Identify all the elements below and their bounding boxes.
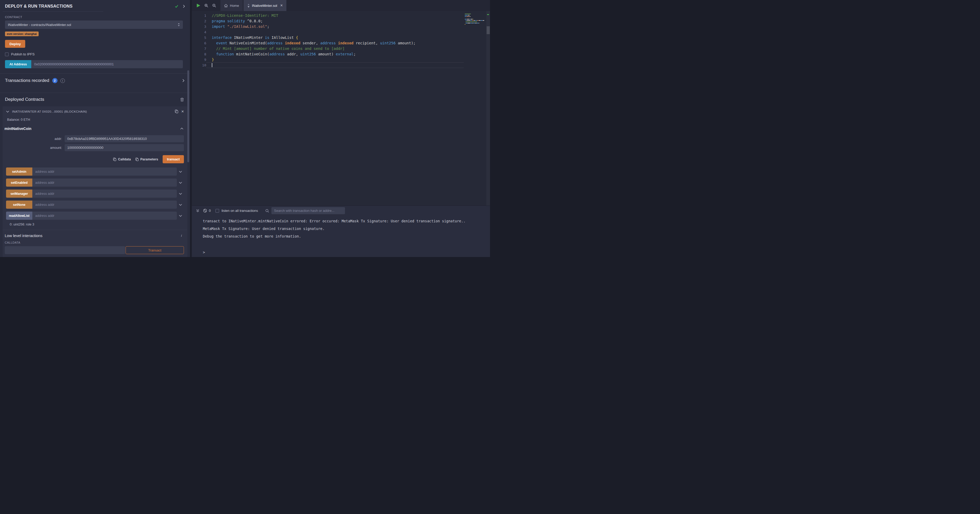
fn-input-setAdmin[interactable] bbox=[32, 168, 177, 176]
line-number: 1 bbox=[192, 13, 206, 18]
deploy-button[interactable]: Deploy bbox=[5, 40, 25, 48]
at-address-button[interactable]: At Address bbox=[5, 60, 31, 68]
listen-transactions-checkbox[interactable] bbox=[215, 209, 219, 213]
terminal-prompt[interactable]: > bbox=[203, 250, 485, 254]
copy-parameters-label: Parameters bbox=[140, 157, 158, 161]
fn-button-setEnabled[interactable]: setEnabled bbox=[6, 179, 32, 187]
fn-input-setManager[interactable] bbox=[32, 190, 177, 198]
contract-select[interactable]: INativeMinter - contracts/INativeMinter.… bbox=[5, 21, 183, 29]
code-line[interactable]: 1//SPDX-License-Identifier: MIT bbox=[192, 13, 490, 18]
at-address-input[interactable] bbox=[31, 60, 183, 68]
code-line[interactable]: 7 // Mint [amount] number of native coin… bbox=[192, 46, 490, 51]
collapse-function-icon[interactable] bbox=[180, 128, 183, 130]
transact-button[interactable]: transact bbox=[162, 155, 184, 163]
field-label: amount: bbox=[6, 146, 62, 150]
clear-deployed-trash-icon[interactable] bbox=[180, 98, 184, 102]
field-input[interactable] bbox=[65, 135, 184, 142]
expand-fn-icon[interactable] bbox=[177, 204, 184, 206]
pending-block-indicator: 0 bbox=[203, 209, 211, 213]
fn-button-readAllowList[interactable]: readAllowList bbox=[6, 212, 32, 220]
editor-scrollbar[interactable] bbox=[486, 11, 490, 206]
fn-button-setNone[interactable]: setNone bbox=[6, 201, 32, 209]
fn-button-setManager[interactable]: setManager bbox=[6, 190, 32, 198]
fn-row-readAllowList: readAllowList bbox=[6, 212, 184, 220]
copy-calldata-button[interactable]: Calldata bbox=[113, 157, 131, 161]
deployed-contracts-title: Deployed Contracts bbox=[5, 97, 44, 102]
remove-contract-icon[interactable]: × bbox=[181, 109, 184, 114]
tab-home[interactable]: Home bbox=[220, 0, 243, 11]
contract-instance-title: INATIVEMINTER AT 0X020...00001 (BLOCKCHA… bbox=[12, 110, 172, 113]
at-address-row: At Address bbox=[5, 60, 183, 68]
contract-balance: Balance: 0 ETH bbox=[3, 116, 187, 122]
panel-header: DEPLOY & RUN TRANSACTIONS bbox=[0, 0, 190, 11]
expand-fn-icon[interactable] bbox=[177, 182, 184, 184]
terminal-line: Debug the transaction to get more inform… bbox=[203, 234, 485, 238]
fn-row-setNone: setNone bbox=[6, 201, 184, 209]
home-icon bbox=[224, 4, 228, 7]
low-level-interactions: Low level interactions i CALLDATA Transa… bbox=[3, 230, 187, 257]
copy-address-icon[interactable] bbox=[175, 109, 178, 113]
fn-input-setNone[interactable] bbox=[32, 201, 177, 209]
panel-expand-icon[interactable] bbox=[183, 5, 185, 8]
listen-transactions-label: listen on all transactions bbox=[221, 209, 258, 213]
fn-input-setEnabled[interactable] bbox=[32, 179, 177, 187]
mint-native-coin-section: mintNativeCoin addr:amount: Calldata Par… bbox=[3, 122, 187, 163]
code-line[interactable]: 3import "./IAllowList.sol"; bbox=[192, 24, 490, 29]
code-line[interactable]: 2pragma solidity ^0.8.0; bbox=[192, 18, 490, 24]
line-number: 10 bbox=[192, 62, 206, 68]
terminal-search-input[interactable] bbox=[271, 207, 345, 214]
code-line[interactable]: 4 bbox=[192, 29, 490, 35]
terminal: 0 listen on all transactions transact to… bbox=[192, 206, 490, 257]
terminal-toolbar: 0 listen on all transactions bbox=[192, 206, 490, 216]
fn-button-setAdmin[interactable]: setAdmin bbox=[6, 168, 32, 176]
code-line[interactable]: 10 bbox=[192, 62, 490, 68]
publish-ipfs-checkbox[interactable] bbox=[5, 52, 9, 56]
close-tab-icon[interactable]: × bbox=[280, 3, 283, 8]
code-line[interactable]: 9} bbox=[192, 57, 490, 62]
calldata-input[interactable] bbox=[5, 246, 125, 254]
fn-fields: addr:amount: bbox=[3, 135, 187, 151]
copy-parameters-button[interactable]: Parameters bbox=[135, 157, 158, 161]
low-level-title: Low level interactions bbox=[5, 233, 42, 238]
code-line[interactable]: 5interface INativeMinter is IAllowList { bbox=[192, 35, 490, 40]
editor-scrollbar-thumb[interactable] bbox=[487, 26, 490, 34]
tab-inativeminter-sol[interactable]: INativeMinter.sol × bbox=[243, 0, 286, 11]
transactions-recorded-row[interactable]: Transactions recorded 2 i bbox=[0, 73, 190, 88]
line-number: 5 bbox=[192, 35, 206, 40]
code-line[interactable]: 6 event NativeCoinMinted(address indexed… bbox=[192, 40, 490, 46]
deploy-run-panel: DEPLOY & RUN TRANSACTIONS CONTRACT INati… bbox=[0, 0, 190, 257]
fn-row-setAdmin: setAdmin bbox=[6, 168, 184, 176]
tab-home-label: Home bbox=[230, 4, 239, 8]
field-label: addr: bbox=[6, 137, 62, 141]
expand-fn-icon[interactable] bbox=[177, 215, 184, 217]
tab-file-label: INativeMinter.sol bbox=[252, 4, 277, 8]
zoom-in-icon[interactable] bbox=[204, 4, 208, 8]
terminal-output[interactable]: transact to INativeMinter.mintNativeCoin… bbox=[192, 216, 490, 257]
code-line[interactable]: 8 function mintNativeCoin(address addr, … bbox=[192, 51, 490, 57]
line-number: 7 bbox=[192, 46, 206, 51]
collapse-contract-icon[interactable] bbox=[6, 111, 9, 113]
line-number: 9 bbox=[192, 57, 206, 62]
plugin-ok-check-icon bbox=[175, 4, 179, 8]
code-editor[interactable]: 1//SPDX-License-Identifier: MIT2pragma s… bbox=[192, 11, 490, 206]
low-level-info-icon: i bbox=[181, 234, 182, 238]
panel-title: DEPLOY & RUN TRANSACTIONS bbox=[5, 4, 73, 9]
chevron-right-icon[interactable] bbox=[182, 79, 185, 82]
read-allowlist-result: 0: uint256: role 3 bbox=[10, 223, 184, 226]
minimap[interactable] bbox=[465, 14, 485, 27]
select-caret-icon bbox=[178, 23, 180, 27]
zoom-out-icon[interactable] bbox=[212, 4, 216, 8]
panel-scrollbar-thumb[interactable] bbox=[187, 70, 189, 162]
expand-fn-icon[interactable] bbox=[177, 171, 184, 173]
low-level-transact-button[interactable]: Transact bbox=[126, 246, 184, 254]
info-icon: i bbox=[60, 78, 65, 83]
fn-input-readAllowList[interactable] bbox=[32, 212, 177, 220]
circle-slash-icon bbox=[203, 209, 207, 213]
panel-resize-handle[interactable] bbox=[190, 0, 192, 257]
collapse-terminal-icon[interactable] bbox=[196, 209, 199, 213]
expand-fn-icon[interactable] bbox=[177, 193, 184, 195]
run-script-icon[interactable] bbox=[197, 3, 200, 8]
field-input[interactable] bbox=[65, 144, 184, 151]
fn-field-row: addr: bbox=[6, 135, 184, 142]
line-number: 3 bbox=[192, 24, 206, 29]
